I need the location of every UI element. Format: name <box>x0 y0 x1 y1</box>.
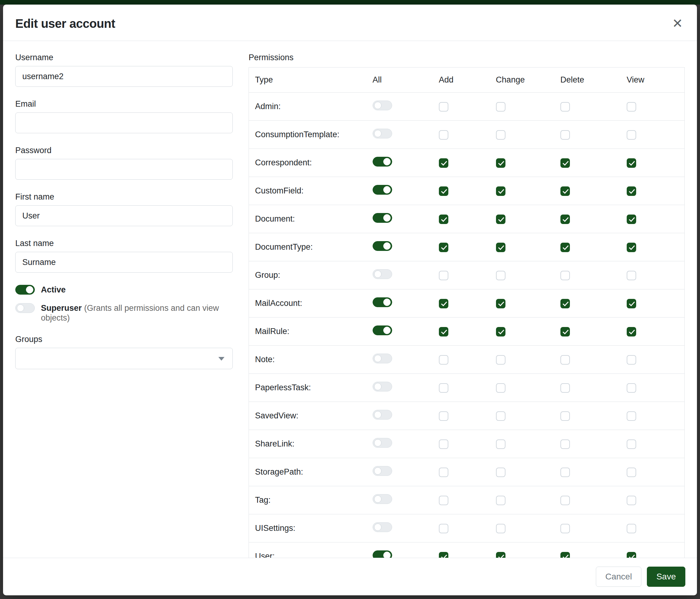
permission-add-checkbox[interactable] <box>439 186 448 196</box>
permission-change-checkbox[interactable] <box>496 215 505 224</box>
permission-add-checkbox[interactable] <box>439 130 448 140</box>
permission-view-checkbox[interactable] <box>627 271 636 280</box>
permission-change-checkbox[interactable] <box>496 186 505 196</box>
permission-all-toggle[interactable] <box>373 466 392 476</box>
permission-delete-checkbox[interactable] <box>560 158 570 168</box>
permission-all-toggle[interactable] <box>373 157 392 167</box>
email-field[interactable] <box>15 113 233 133</box>
cancel-button[interactable]: Cancel <box>596 567 641 587</box>
permission-row: SavedView: <box>249 402 685 430</box>
permission-add-checkbox[interactable] <box>439 299 448 308</box>
permission-delete-checkbox[interactable] <box>560 496 570 505</box>
permission-all-toggle[interactable] <box>373 241 392 251</box>
permission-view-checkbox[interactable] <box>627 552 636 558</box>
permission-add-checkbox[interactable] <box>439 327 448 336</box>
permission-change-checkbox[interactable] <box>496 299 505 308</box>
permission-delete-checkbox[interactable] <box>560 215 570 224</box>
username-input[interactable] <box>15 66 233 87</box>
permission-change-checkbox[interactable] <box>496 355 505 365</box>
permission-delete-checkbox[interactable] <box>560 468 570 477</box>
permission-delete-checkbox[interactable] <box>560 299 570 308</box>
permission-view-cell <box>621 261 685 289</box>
permission-view-checkbox[interactable] <box>627 439 636 449</box>
permission-view-checkbox[interactable] <box>627 327 636 336</box>
permission-change-checkbox[interactable] <box>496 243 505 252</box>
permission-change-checkbox[interactable] <box>496 524 505 533</box>
permission-view-checkbox[interactable] <box>627 158 636 168</box>
permission-change-checkbox[interactable] <box>496 383 505 393</box>
permission-view-checkbox[interactable] <box>627 524 636 533</box>
permission-view-checkbox[interactable] <box>627 468 636 477</box>
permission-add-checkbox[interactable] <box>439 215 448 224</box>
first-name-field[interactable] <box>15 206 233 226</box>
permission-all-toggle[interactable] <box>373 438 392 448</box>
permission-all-toggle[interactable] <box>373 494 392 504</box>
permission-delete-checkbox[interactable] <box>560 243 570 252</box>
superuser-toggle[interactable] <box>15 303 35 313</box>
permission-row: PaperlessTask: <box>249 374 685 402</box>
permission-change-checkbox[interactable] <box>496 496 505 505</box>
permission-change-checkbox[interactable] <box>496 411 505 421</box>
permission-all-toggle[interactable] <box>373 326 392 335</box>
permission-add-checkbox[interactable] <box>439 439 448 449</box>
permission-delete-checkbox[interactable] <box>560 102 570 112</box>
permission-all-toggle[interactable] <box>373 100 392 110</box>
permission-change-checkbox[interactable] <box>496 271 505 280</box>
permission-all-toggle[interactable] <box>373 382 392 391</box>
permission-change-checkbox[interactable] <box>496 552 505 558</box>
permission-add-checkbox[interactable] <box>439 355 448 365</box>
permission-view-checkbox[interactable] <box>627 299 636 308</box>
permission-delete-checkbox[interactable] <box>560 327 570 336</box>
permission-delete-checkbox[interactable] <box>560 383 570 393</box>
permission-all-toggle[interactable] <box>373 410 392 420</box>
permission-view-checkbox[interactable] <box>627 496 636 505</box>
active-toggle[interactable] <box>15 285 35 295</box>
save-button[interactable]: Save <box>647 567 685 587</box>
permission-view-checkbox[interactable] <box>627 186 636 196</box>
permission-change-checkbox[interactable] <box>496 468 505 477</box>
permission-delete-checkbox[interactable] <box>560 524 570 533</box>
permission-add-checkbox[interactable] <box>439 383 448 393</box>
close-button[interactable]: ✕ <box>670 17 685 30</box>
permission-change-checkbox[interactable] <box>496 439 505 449</box>
permission-change-checkbox[interactable] <box>496 102 505 112</box>
permission-add-checkbox[interactable] <box>439 496 448 505</box>
permission-change-checkbox[interactable] <box>496 130 505 140</box>
permission-all-toggle[interactable] <box>373 213 392 223</box>
permission-row: UISettings: <box>249 514 685 543</box>
permission-all-toggle[interactable] <box>373 550 392 558</box>
permission-view-checkbox[interactable] <box>627 243 636 252</box>
permission-add-checkbox[interactable] <box>439 271 448 280</box>
permission-add-checkbox[interactable] <box>439 243 448 252</box>
permission-add-checkbox[interactable] <box>439 552 448 558</box>
permission-delete-checkbox[interactable] <box>560 186 570 196</box>
permission-delete-checkbox[interactable] <box>560 130 570 140</box>
permission-delete-checkbox[interactable] <box>560 411 570 421</box>
password-field[interactable] <box>15 159 233 180</box>
permission-add-checkbox[interactable] <box>439 468 448 477</box>
permission-add-checkbox[interactable] <box>439 524 448 533</box>
permission-change-checkbox[interactable] <box>496 327 505 336</box>
groups-select[interactable] <box>15 348 233 369</box>
permission-view-checkbox[interactable] <box>627 355 636 365</box>
permission-add-checkbox[interactable] <box>439 158 448 168</box>
permission-all-toggle[interactable] <box>373 269 392 279</box>
last-name-field[interactable] <box>15 252 233 272</box>
permission-all-toggle[interactable] <box>373 297 392 307</box>
permission-view-checkbox[interactable] <box>627 383 636 393</box>
permission-all-toggle[interactable] <box>373 129 392 139</box>
permission-all-toggle[interactable] <box>373 185 392 195</box>
permission-view-checkbox[interactable] <box>627 102 636 112</box>
permission-add-checkbox[interactable] <box>439 411 448 421</box>
permission-all-toggle[interactable] <box>373 354 392 363</box>
permission-delete-checkbox[interactable] <box>560 355 570 365</box>
permission-all-toggle[interactable] <box>373 522 392 532</box>
permission-view-checkbox[interactable] <box>627 130 636 140</box>
permission-view-checkbox[interactable] <box>627 411 636 421</box>
permission-change-checkbox[interactable] <box>496 158 505 168</box>
permission-delete-checkbox[interactable] <box>560 552 570 558</box>
permission-view-checkbox[interactable] <box>627 215 636 224</box>
permission-delete-checkbox[interactable] <box>560 271 570 280</box>
permission-delete-checkbox[interactable] <box>560 439 570 449</box>
permission-add-checkbox[interactable] <box>439 102 448 112</box>
